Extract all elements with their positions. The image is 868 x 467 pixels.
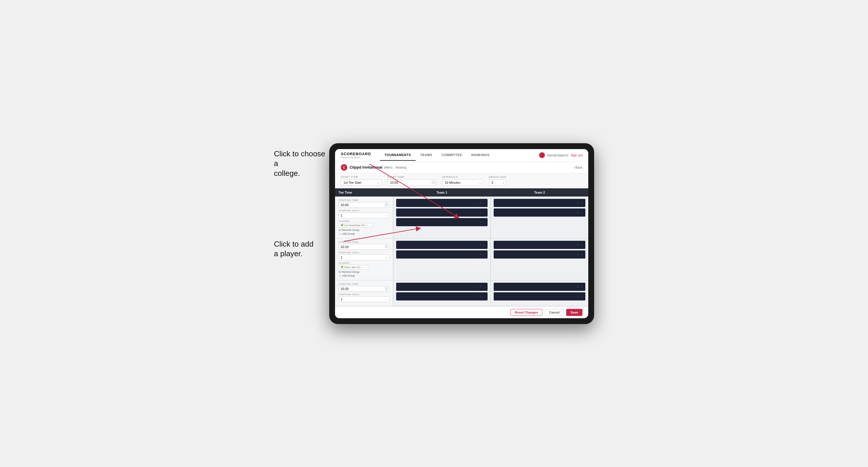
main-content: Tee Time Team 1 Team 2 STARTING TIME: 🕐 … [335, 188, 588, 306]
tee-team1-col-3: ✕ ⌄ ✕ ⌄ [393, 280, 491, 306]
start-type-select[interactable]: 1st Tee Start [341, 179, 382, 186]
close-icon[interactable]: ✕ [479, 253, 482, 256]
player-slot-2-2[interactable]: ✕ ⌄ [494, 209, 585, 217]
action-links-2: ⊖ Remove Group ＋ Add Group [339, 271, 390, 278]
clock-icon-2: 🕐 [384, 245, 388, 248]
scoreboard-logo: SCOREBOARD Powered by clippd [341, 152, 371, 159]
player-slot-3-2[interactable]: ✕ ⌄ [396, 250, 488, 258]
clock-icon-1: 🕐 [384, 203, 388, 207]
course-tag-remove-1[interactable]: × [366, 224, 368, 227]
course-tag-row-2: 🌿 East Lake GC × ⌄ [339, 265, 390, 270]
tee-team1-col-1: ✕ ⌄ ✕ ⌄ ✕ ⌄ [393, 196, 491, 238]
expand-icon[interactable]: ⌄ [483, 243, 485, 246]
starting-hole-select-1[interactable]: 1 [339, 213, 390, 218]
close-icon[interactable]: ✕ [577, 243, 579, 246]
tournament-gender: (Men) [384, 166, 393, 169]
clock-icon: 🕐 [431, 181, 435, 184]
course-tag-row-1: 🌿 (A) Peachtree GC × ⌄ [339, 223, 390, 228]
intervals-select[interactable]: 10 Minutes [442, 179, 483, 186]
sub-header: C Clippd Invitational (Men) Hosting ‹ Ba… [335, 162, 588, 173]
expand-icon[interactable]: ⌄ [581, 253, 583, 256]
nav-tab-tournaments[interactable]: TOURNAMENTS [380, 150, 416, 161]
close-icon[interactable]: ✕ [479, 211, 482, 214]
close-icon[interactable]: ✕ [577, 253, 579, 256]
start-time-group: Start Time 🕐 [388, 176, 436, 186]
starting-hole-label-3: STARTING HOLE: [339, 293, 390, 296]
back-button[interactable]: ‹ Back [574, 166, 583, 169]
expand-icon[interactable]: ⌄ [581, 243, 583, 246]
player-slot-3-1[interactable]: ✕ ⌄ [396, 241, 488, 249]
expand-icon[interactable]: ⌄ [581, 211, 583, 214]
close-icon[interactable]: ✕ [479, 201, 482, 205]
app-header: SCOREBOARD Powered by clippd TOURNAMENTS… [335, 149, 588, 162]
reset-changes-button[interactable]: Reset Changes [510, 309, 542, 316]
player-slot-5-1[interactable]: ✕ ⌄ [396, 283, 488, 291]
expand-icon[interactable]: ⌄ [483, 285, 485, 288]
course-tag-2[interactable]: 🌿 East Lake GC × ⌄ [339, 265, 368, 270]
expand-icon[interactable]: ⌄ [483, 295, 485, 298]
tee-row: STARTING TIME: 🕐 STARTING HOLE: 1 ⌄ [335, 196, 588, 239]
expand-icon[interactable]: ⌄ [581, 285, 583, 288]
close-icon[interactable]: ✕ [577, 285, 579, 288]
close-icon[interactable]: ✕ [577, 201, 579, 205]
tee-left-col-2: STARTING TIME: 🕐 STARTING HOLE: 1 ⌄ [335, 239, 393, 280]
nav-tab-committee[interactable]: COMMITTEE [437, 150, 467, 161]
course-tag-expand-1[interactable]: ⌄ [369, 224, 371, 227]
course-tag-expand-2[interactable]: ⌄ [364, 266, 366, 269]
col-team1: Team 1 [393, 188, 491, 196]
intervals-label: Intervals [442, 176, 483, 179]
starting-time-input-3[interactable] [339, 286, 390, 292]
player-slot-6-1[interactable]: ✕ ⌄ [494, 283, 585, 291]
header-right: blair@clippd.io Sign out [539, 152, 583, 158]
close-icon[interactable]: ✕ [479, 295, 482, 298]
nav-tab-teams[interactable]: TEAMS [416, 150, 437, 161]
player-slot-1-1[interactable]: ✕ ⌄ [396, 199, 488, 207]
starting-time-label-3: STARTING TIME: [339, 283, 390, 285]
player-slot-6-2[interactable]: ✕ ⌄ [494, 292, 585, 301]
player-slot-2-1[interactable]: ✕ ⌄ [494, 199, 585, 207]
starting-hole-select-2[interactable]: 1 [339, 254, 390, 260]
player-slot-1-3[interactable]: ✕ ⌄ [396, 218, 488, 226]
expand-icon[interactable]: ⌄ [483, 201, 485, 205]
form-row: Start Type 1st Tee Start Start Time 🕐 [335, 173, 588, 188]
tee-row-2: STARTING TIME: 🕐 STARTING HOLE: 1 ⌄ [335, 239, 588, 280]
group-size-group: Group Size 3 [489, 176, 506, 186]
close-icon[interactable]: ✕ [479, 285, 482, 288]
start-type-label: Start Type [341, 176, 382, 179]
close-icon[interactable]: ✕ [577, 295, 579, 298]
start-time-input[interactable] [388, 179, 436, 186]
starting-time-label-2: STARTING TIME: [339, 241, 390, 243]
tee-left-col-1: STARTING TIME: 🕐 STARTING HOLE: 1 ⌄ [335, 196, 393, 238]
save-button[interactable]: Save [566, 309, 583, 316]
remove-group-link-2[interactable]: ⊖ Remove Group [339, 271, 390, 273]
close-icon[interactable]: ✕ [479, 243, 482, 246]
expand-icon[interactable]: ⌄ [483, 211, 485, 214]
col-tee-time: Tee Time [335, 188, 393, 196]
remove-group-link-1[interactable]: ⊖ Remove Group [339, 228, 390, 231]
expand-icon[interactable]: ⌄ [483, 221, 485, 224]
close-icon[interactable]: ✕ [577, 211, 579, 214]
cancel-button[interactable]: Cancel [545, 309, 564, 316]
course-tag-remove-2[interactable]: × [362, 266, 363, 269]
sign-out-link[interactable]: Sign out [571, 153, 583, 157]
close-icon[interactable]: ✕ [479, 221, 482, 224]
nav-tab-rankings[interactable]: RANKINGS [467, 150, 494, 161]
player-slot-4-2[interactable]: ✕ ⌄ [494, 250, 585, 258]
tee-team2-col-2: ✕ ⌄ ✕ ⌄ [491, 239, 588, 280]
add-group-link-2[interactable]: ＋ Add Group [339, 274, 390, 278]
course-label-2: COURSE: [339, 262, 390, 264]
expand-icon[interactable]: ⌄ [483, 253, 485, 256]
course-tag-1[interactable]: 🌿 (A) Peachtree GC × ⌄ [339, 223, 373, 228]
player-slot-1-2[interactable]: ✕ ⌄ [396, 209, 488, 217]
start-type-group: Start Type 1st Tee Start [341, 176, 382, 186]
player-slot-4-1[interactable]: ✕ ⌄ [494, 241, 585, 249]
expand-icon[interactable]: ⌄ [581, 295, 583, 298]
starting-time-input-1[interactable] [339, 202, 390, 208]
expand-icon[interactable]: ⌄ [581, 201, 583, 205]
starting-time-input-2[interactable] [339, 244, 390, 250]
starting-hole-select-3[interactable]: 1 [339, 297, 390, 302]
starting-time-label: STARTING TIME: [339, 199, 390, 201]
player-slot-5-2[interactable]: ✕ ⌄ [396, 292, 488, 301]
add-group-link-1[interactable]: ＋ Add Group [339, 232, 390, 236]
group-size-select[interactable]: 3 [489, 179, 506, 186]
